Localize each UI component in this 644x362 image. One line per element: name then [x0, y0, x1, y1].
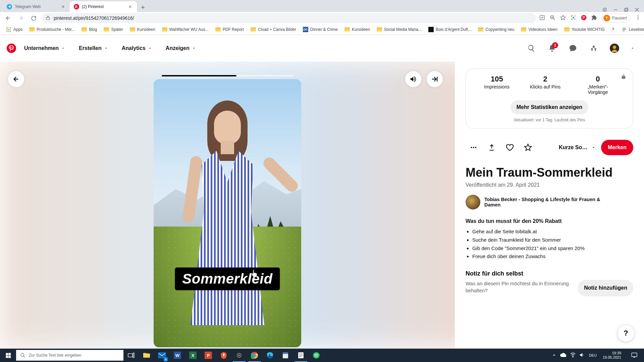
spotify-button[interactable]	[309, 349, 324, 362]
folder-icon	[29, 27, 35, 32]
lang-indicator[interactable]: DEU	[589, 353, 597, 357]
tab-telegram[interactable]: Telegram Web	[3, 1, 70, 12]
start-button[interactable]	[0, 349, 16, 362]
onedrive-icon[interactable]	[560, 353, 566, 358]
bookmark-item[interactable]: Produktsuche - Mer...	[26, 26, 77, 33]
install-app-icon[interactable]	[539, 15, 545, 22]
powerpoint-button[interactable]: P	[201, 349, 216, 362]
search-button[interactable]	[524, 41, 539, 56]
apps-button[interactable]: Apps	[3, 25, 25, 34]
app-button-2[interactable]	[293, 349, 309, 362]
app-button-1[interactable]	[278, 349, 293, 362]
obs-button[interactable]	[231, 349, 247, 362]
profile-paused-pill[interactable]: T Pausiert	[602, 14, 631, 22]
chevron-down-icon	[61, 46, 65, 51]
close-icon[interactable]	[60, 4, 66, 9]
add-note-button[interactable]: Notiz hinzufügen	[578, 280, 633, 296]
video-progress[interactable]	[162, 75, 293, 76]
pin-image[interactable]: Sommerkleid	[154, 79, 301, 347]
pinterest-ext-icon[interactable]	[581, 15, 587, 22]
tab-pinterest[interactable]: (2) Pinterest	[70, 1, 137, 12]
bookmark-item[interactable]: PDF Report	[213, 26, 247, 33]
more-options-button[interactable]	[466, 139, 482, 156]
word-button[interactable]: W	[170, 349, 185, 362]
mute-button[interactable]	[405, 71, 421, 87]
messages-button[interactable]	[566, 41, 580, 56]
mail-badge: 3	[164, 357, 168, 361]
more-stats-button[interactable]: Mehr Statistiken anzeigen	[511, 100, 589, 114]
svg-point-25	[613, 46, 616, 49]
favorite-button[interactable]	[520, 139, 536, 156]
notifications-button[interactable]: 2	[545, 41, 559, 56]
taskbar-search[interactable]: Zur Suche Text hier eingeben	[16, 350, 123, 361]
minimize-button[interactable]	[613, 7, 618, 12]
like-button[interactable]	[502, 139, 518, 156]
profile-button[interactable]	[607, 41, 622, 56]
address-bar[interactable]: pinterest.at/pin/915427061726949616/	[42, 13, 536, 23]
action-center-button[interactable]	[627, 349, 641, 362]
svg-rect-48	[283, 352, 288, 354]
back-button[interactable]	[3, 13, 13, 23]
task-view-button[interactable]	[123, 349, 139, 362]
bookmark-item[interactable]: Social Media Mana...	[374, 26, 424, 33]
kebab-menu-icon[interactable]	[635, 15, 641, 21]
wifi-icon[interactable]	[570, 353, 576, 358]
extensions-icon[interactable]	[591, 15, 597, 22]
apps-icon	[6, 27, 11, 32]
powerpoint-icon: P	[205, 352, 212, 359]
bookmark-item[interactable]: Später	[101, 26, 125, 33]
bookmark-star-icon[interactable]	[560, 15, 566, 22]
forward-button[interactable]	[16, 13, 25, 23]
svg-point-15	[8, 27, 9, 28]
bookmark-item[interactable]: Bois d'Argent Duft...	[426, 25, 474, 34]
updates-button[interactable]	[586, 41, 601, 56]
account-menu[interactable]	[628, 41, 637, 56]
bookmarks-overflow[interactable]	[609, 26, 618, 32]
pinterest-logo-icon[interactable]	[7, 44, 16, 53]
share-button[interactable]	[484, 139, 500, 156]
bookmark-item[interactable]: Wahlfächer WU Aus...	[159, 26, 211, 33]
edge-button[interactable]	[262, 349, 278, 362]
file-explorer-button[interactable]	[139, 349, 154, 362]
author-row[interactable]: Tobias Becker - Shopping & Lifestyle für…	[466, 195, 633, 209]
close-window-button[interactable]	[635, 7, 639, 12]
maximize-button[interactable]	[624, 7, 629, 12]
bookmark-item[interactable]: Kursideen	[127, 26, 158, 33]
bookmark-item[interactable]: DCDinner & Crime	[300, 25, 340, 34]
reading-list-button[interactable]: Leseliste	[619, 25, 644, 34]
edge-icon	[266, 352, 274, 359]
bookmark-item[interactable]: Videokurs Ideen	[518, 26, 560, 33]
nav-business[interactable]: Unternehmen	[21, 41, 68, 55]
google-lens-icon[interactable]	[571, 15, 576, 22]
app-icon	[298, 352, 304, 359]
bookmark-item[interactable]: Kursideen	[342, 26, 373, 33]
bookmark-item[interactable]: Cload + Canva Bilder	[248, 26, 299, 33]
nav-create[interactable]: Erstellen	[76, 41, 111, 55]
chrome-button[interactable]	[247, 349, 262, 362]
chat-icon	[569, 44, 577, 52]
pinterest-icon	[74, 4, 79, 9]
excel-button[interactable]: X	[185, 349, 201, 362]
nav-ads[interactable]: Anzeigen	[163, 41, 199, 55]
bookmark-item[interactable]: Youtube WICHTIG	[561, 26, 607, 33]
board-selector[interactable]: Kurze Somm...	[559, 144, 596, 150]
back-button[interactable]	[8, 71, 24, 87]
site-info-icon[interactable]	[46, 15, 50, 21]
clock[interactable]: 19:39 19.05.2021	[601, 351, 623, 359]
bookmark-item[interactable]: Blog	[79, 26, 100, 33]
folder-icon	[215, 27, 221, 32]
zoom-icon[interactable]	[550, 15, 555, 22]
skip-button[interactable]	[427, 71, 443, 87]
mail-button[interactable]: 3	[154, 349, 170, 362]
new-tab-button[interactable]	[138, 3, 148, 12]
account-dot-icon[interactable]	[602, 7, 607, 12]
bookmark-item[interactable]: Copywriting neu	[475, 26, 517, 33]
help-button[interactable]: ?	[617, 324, 635, 342]
save-button[interactable]: Merken	[601, 140, 633, 155]
nav-analytics[interactable]: Analytics	[119, 41, 155, 55]
brave-button[interactable]	[216, 349, 231, 362]
volume-icon[interactable]	[580, 353, 585, 358]
reload-button[interactable]	[29, 13, 38, 23]
tray-expand-button[interactable]	[552, 353, 556, 358]
close-icon[interactable]	[127, 4, 133, 9]
